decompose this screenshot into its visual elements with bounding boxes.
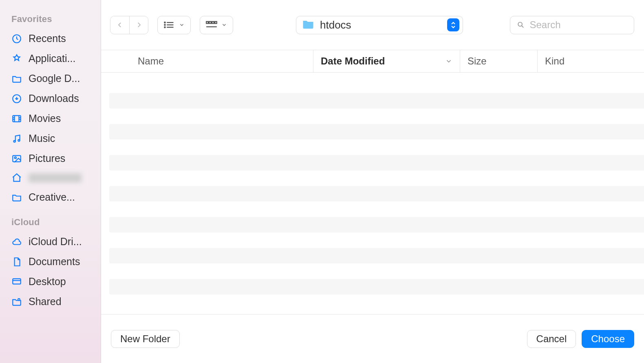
svg-point-11 xyxy=(164,27,165,28)
column-kind[interactable]: Kind xyxy=(537,50,644,72)
sidebar-item-label: Pictures xyxy=(29,153,65,164)
shared-folder-icon xyxy=(11,297,22,307)
column-name[interactable]: Name xyxy=(101,50,313,72)
sidebar-item-label: Recents xyxy=(29,33,66,44)
sidebar-item-label: Desktop xyxy=(29,276,66,288)
column-date-label: Date Modified xyxy=(321,55,385,67)
sidebar-item-shared[interactable]: Shared xyxy=(0,292,101,312)
search-field[interactable] xyxy=(510,16,634,34)
sidebar: Favorites Recents Applicati... Google D.… xyxy=(0,0,101,363)
sidebar-item-label: Movies xyxy=(29,113,61,124)
list-row xyxy=(109,279,644,294)
sidebar-item-music[interactable]: Music xyxy=(0,128,101,148)
folder-icon xyxy=(302,19,314,31)
sidebar-section-icloud: iCloud xyxy=(0,215,101,232)
folder-icon xyxy=(11,73,22,84)
chevron-down-icon xyxy=(445,58,452,65)
sidebar-item-creative[interactable]: Creative... xyxy=(0,187,101,207)
svg-rect-15 xyxy=(215,22,217,24)
column-header-row: Name Date Modified Size Kind xyxy=(101,50,644,73)
home-icon xyxy=(11,173,22,183)
svg-point-10 xyxy=(164,24,165,25)
sidebar-item-icloud-drive[interactable]: iCloud Dri... xyxy=(0,232,101,252)
sidebar-item-documents[interactable]: Documents xyxy=(0,252,101,272)
cloud-icon xyxy=(11,237,22,247)
sidebar-item-label-redacted xyxy=(29,173,82,182)
sidebar-item-label: Shared xyxy=(29,296,62,308)
search-icon xyxy=(517,20,525,29)
svg-point-8 xyxy=(18,299,20,301)
list-row xyxy=(109,186,644,201)
sidebar-item-google-drive[interactable]: Google D... xyxy=(0,69,101,89)
nav-history-group xyxy=(110,16,148,34)
main-panel: htdocs Name Date Modified Size Kind xyxy=(101,0,644,363)
folder-icon xyxy=(11,192,22,203)
column-kind-label: Kind xyxy=(545,55,565,67)
sidebar-item-label: Documents xyxy=(29,256,80,268)
list-row xyxy=(109,93,644,108)
svg-rect-14 xyxy=(212,22,214,24)
list-row xyxy=(109,139,644,155)
list-row xyxy=(109,263,644,279)
svg-point-16 xyxy=(518,22,522,27)
list-row xyxy=(109,201,644,217)
view-mode-list-button[interactable] xyxy=(157,16,191,34)
sidebar-item-downloads[interactable]: Downloads xyxy=(0,89,101,108)
svg-rect-2 xyxy=(13,115,21,122)
list-row xyxy=(109,232,644,248)
forward-button[interactable] xyxy=(129,16,148,34)
sidebar-item-desktop[interactable]: Desktop xyxy=(0,272,101,292)
location-dropdown[interactable]: htdocs xyxy=(296,16,463,34)
cancel-button[interactable]: Cancel xyxy=(527,330,576,348)
svg-point-3 xyxy=(13,140,15,142)
cancel-label: Cancel xyxy=(536,333,567,345)
svg-point-4 xyxy=(18,139,20,141)
movies-icon xyxy=(11,113,22,124)
column-date-modified[interactable]: Date Modified xyxy=(313,50,460,72)
group-by-button[interactable] xyxy=(200,16,233,34)
svg-point-9 xyxy=(164,22,165,23)
back-button[interactable] xyxy=(110,16,129,34)
list-row xyxy=(109,124,644,139)
document-icon xyxy=(11,257,22,267)
chevron-down-icon xyxy=(221,22,227,28)
list-row xyxy=(109,170,644,186)
music-icon xyxy=(11,133,22,144)
sidebar-item-label: Google D... xyxy=(29,73,80,84)
sidebar-item-recents[interactable]: Recents xyxy=(0,29,101,49)
current-folder-name: htdocs xyxy=(320,19,441,31)
location-stepper-icon xyxy=(447,18,459,31)
svg-point-6 xyxy=(15,157,16,158)
chevron-down-icon xyxy=(179,22,185,28)
clock-icon xyxy=(11,33,22,44)
apps-icon xyxy=(11,53,22,64)
list-row xyxy=(109,155,644,170)
sidebar-item-label: Downloads xyxy=(29,93,79,104)
download-icon xyxy=(11,93,22,104)
column-size-label: Size xyxy=(468,55,487,67)
file-list xyxy=(101,73,644,314)
sidebar-item-movies[interactable]: Movies xyxy=(0,108,101,128)
choose-label: Choose xyxy=(591,333,625,345)
choose-button[interactable]: Choose xyxy=(582,330,634,348)
list-row xyxy=(109,108,644,124)
sidebar-item-label: Creative... xyxy=(29,191,75,203)
pictures-icon xyxy=(11,153,22,164)
svg-rect-7 xyxy=(13,279,21,284)
column-name-label: Name xyxy=(138,55,164,67)
svg-rect-12 xyxy=(206,22,208,24)
search-input[interactable] xyxy=(529,19,627,31)
column-size[interactable]: Size xyxy=(460,50,537,72)
sidebar-section-favorites: Favorites xyxy=(0,11,101,29)
new-folder-button[interactable]: New Folder xyxy=(111,330,180,348)
sidebar-item-pictures[interactable]: Pictures xyxy=(0,148,101,168)
list-row xyxy=(109,248,644,263)
new-folder-label: New Folder xyxy=(120,333,170,345)
sidebar-item-label: iCloud Dri... xyxy=(29,236,82,248)
toolbar: htdocs xyxy=(101,0,644,50)
sidebar-item-applications[interactable]: Applicati... xyxy=(0,49,101,69)
list-row xyxy=(109,217,644,232)
desktop-icon xyxy=(11,277,22,287)
sidebar-item-home[interactable] xyxy=(0,168,101,187)
sidebar-item-label: Applicati... xyxy=(29,53,75,64)
